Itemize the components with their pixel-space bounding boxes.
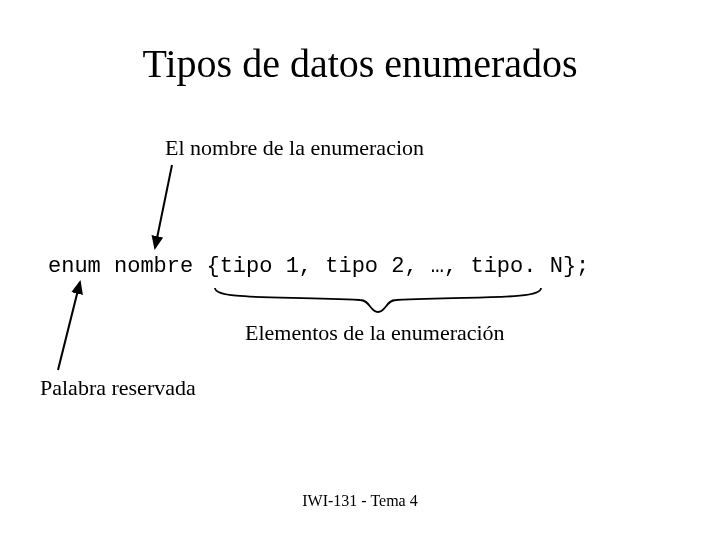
label-reserved-word: Palabra reservada: [40, 375, 196, 401]
slide-title: Tipos de datos enumerados: [0, 40, 720, 87]
code-line: enum nombre {tipo 1, tipo 2, …, tipo. N}…: [48, 254, 589, 279]
label-elements: Elementos de la enumeración: [245, 320, 505, 346]
arrow-name: [155, 165, 172, 248]
slide-footer: IWI-131 - Tema 4: [0, 492, 720, 510]
brace-elements: [215, 288, 541, 312]
arrow-reserved: [58, 282, 80, 370]
label-name: El nombre de la enumeracion: [165, 135, 424, 161]
